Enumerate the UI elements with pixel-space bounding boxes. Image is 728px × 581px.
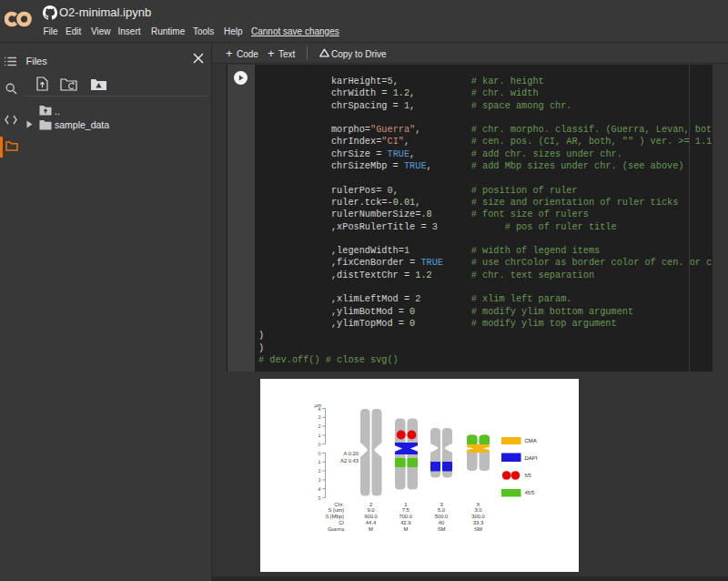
- svg-text:CMA: CMA: [525, 438, 537, 444]
- svg-text:1: 1: [404, 503, 407, 508]
- svg-text:SM: SM: [474, 526, 482, 533]
- svg-text:44.4: 44.4: [366, 521, 377, 526]
- svg-text:DAPI: DAPI: [525, 455, 538, 462]
- svg-text:1: 1: [318, 460, 321, 465]
- svg-text:SM: SM: [438, 526, 446, 533]
- svg-text:42.9: 42.9: [400, 520, 410, 526]
- svg-text:3: 3: [318, 415, 321, 421]
- svg-text:5: 5: [318, 496, 321, 502]
- svg-text:M: M: [369, 527, 373, 533]
- svg-text:1: 1: [318, 433, 321, 439]
- svg-text:5S: 5S: [525, 473, 531, 479]
- svg-text:33.3: 33.3: [473, 520, 483, 526]
- svg-text:M: M: [403, 527, 408, 533]
- svg-text:X: X: [477, 503, 480, 508]
- svg-text:5.0: 5.0: [438, 507, 445, 514]
- svg-text:2: 2: [318, 424, 321, 430]
- svg-text:700.0: 700.0: [399, 514, 413, 520]
- svg-text:0: 0: [318, 443, 321, 448]
- svg-text:0: 0: [318, 452, 321, 457]
- svg-text:500.0: 500.0: [435, 514, 449, 520]
- svg-text:A 0.20: A 0.20: [344, 451, 359, 457]
- svg-text:3: 3: [440, 502, 442, 508]
- svg-text:40: 40: [439, 520, 444, 526]
- svg-text:4: 4: [318, 487, 321, 493]
- svg-text:300.0: 300.0: [471, 514, 485, 520]
- svg-text:S (um): S (um): [329, 507, 344, 514]
- svg-text:CI: CI: [339, 520, 344, 526]
- svg-text:3.0: 3.0: [474, 507, 481, 514]
- svg-text:Guerra: Guerra: [328, 526, 345, 533]
- svg-text:2: 2: [318, 469, 321, 474]
- svg-text:7.5: 7.5: [402, 508, 410, 514]
- svg-text:Chr.: Chr.: [334, 502, 344, 508]
- svg-text:45S: 45S: [525, 490, 535, 496]
- svg-text:2: 2: [369, 502, 372, 508]
- svg-text:900.0: 900.0: [364, 514, 378, 520]
- svg-text:9.0: 9.0: [367, 507, 374, 514]
- svg-text:S (Mbp): S (Mbp): [325, 514, 344, 520]
- svg-text:µm: µm: [314, 403, 321, 409]
- svg-text:A2 0.43: A2 0.43: [340, 458, 359, 464]
- svg-text:3: 3: [318, 478, 321, 484]
